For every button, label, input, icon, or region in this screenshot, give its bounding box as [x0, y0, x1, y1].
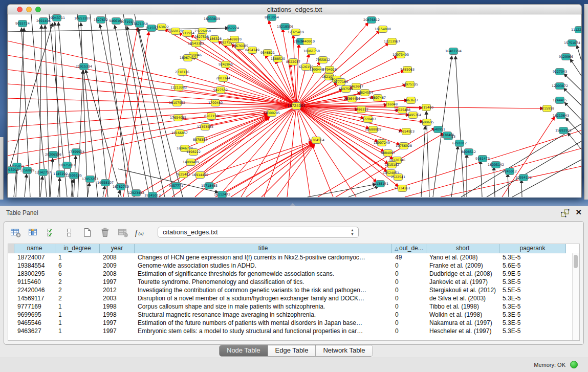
- graph-node[interactable]: 8454749: [245, 47, 259, 54]
- table-row[interactable]: 1830029562008Estimation of significance …: [8, 270, 579, 278]
- graph-node[interactable]: 15138141: [372, 181, 388, 187]
- row-tools-icon[interactable]: [63, 227, 75, 238]
- graph-node[interactable]: 9055724: [15, 20, 30, 27]
- graph-node[interactable]: 20364456: [344, 96, 360, 102]
- graph-node[interactable]: 8267150: [204, 113, 219, 120]
- graph-node[interactable]: 18495764: [405, 112, 421, 119]
- graph-node[interactable]: 8215958: [540, 105, 554, 112]
- graph-node[interactable]: 1527602: [94, 17, 108, 24]
- graph-node[interactable]: 10973493: [393, 52, 409, 58]
- graph-node[interactable]: 20943711: [49, 15, 65, 21]
- graph-node[interactable]: 13824554: [357, 90, 373, 96]
- graph-node[interactable]: 12093872: [552, 83, 568, 90]
- graph-node[interactable]: 19756928: [396, 143, 412, 149]
- graph-node[interactable]: 16095142: [488, 162, 504, 168]
- graph-node[interactable]: 15692931: [555, 127, 572, 134]
- tab-edge-table[interactable]: Edge Table: [268, 345, 316, 356]
- graph-node[interactable]: 7625402: [176, 171, 190, 178]
- graph-node[interactable]: 9546821: [260, 50, 275, 56]
- graph-node[interactable]: 16154808: [375, 26, 391, 33]
- graph-node[interactable]: 17334261: [394, 185, 410, 192]
- graph-node[interactable]: 12325419: [288, 29, 304, 36]
- graph-node[interactable]: 19218506: [277, 24, 293, 30]
- graph-node[interactable]: 9794028: [322, 67, 337, 73]
- column-select-icon[interactable]: [45, 227, 57, 238]
- graph-node[interactable]: 2718126: [175, 69, 189, 76]
- graph-node[interactable]: 9129966: [559, 54, 573, 60]
- graph-node[interactable]: 6791812: [452, 140, 467, 147]
- graph-node[interactable]: 16033809: [204, 16, 220, 23]
- graph-node[interactable]: 9427552: [213, 87, 228, 94]
- graph-node[interactable]: 1498222: [186, 149, 201, 156]
- graph-node[interactable]: 12342757: [35, 169, 51, 176]
- graph-node[interactable]: 16782759: [113, 184, 129, 190]
- table-row[interactable]: 969969511998Structural magnetic resonanc…: [8, 311, 579, 319]
- graph-node[interactable]: 1588520: [271, 56, 285, 62]
- graph-node[interactable]: 7857224: [225, 25, 239, 32]
- graph-node[interactable]: 18967412: [180, 55, 196, 61]
- tab-network-table[interactable]: Network Table: [316, 345, 372, 356]
- float-panel-icon[interactable]: [560, 209, 570, 218]
- table-mode-icon[interactable]: [9, 227, 21, 238]
- graph-node[interactable]: 9242845: [219, 61, 233, 68]
- graph-node[interactable]: 1700480: [208, 100, 223, 106]
- graph-node[interactable]: 15718485: [201, 183, 217, 189]
- graph-node[interactable]: 12353584: [197, 124, 213, 130]
- graph-node[interactable]: 12213383: [170, 84, 187, 91]
- graph-node[interactable]: 16210643: [553, 113, 569, 119]
- graph-node[interactable]: 14099489: [183, 159, 199, 166]
- graph-node[interactable]: 8813054: [265, 14, 279, 21]
- graph-node[interactable]: 8186328: [207, 36, 222, 42]
- graph-node[interactable]: 17359924: [68, 149, 84, 156]
- graph-node[interactable]: 1990448: [310, 67, 324, 73]
- tab-node-table[interactable]: Node Table: [220, 345, 268, 356]
- graph-node[interactable]: 19166857: [171, 130, 188, 137]
- window-titlebar[interactable]: citations_edges.txt: [7, 4, 582, 14]
- graph-node[interactable]: 10975887: [59, 162, 75, 169]
- scrollbar-thumb[interactable]: [574, 255, 578, 268]
- column-header-out_de[interactable]: △out_de...: [392, 244, 426, 253]
- graph-node[interactable]: 17654085: [170, 115, 186, 121]
- graph-node[interactable]: 2803144: [216, 75, 230, 82]
- column-header-pagerank[interactable]: pagerank: [499, 244, 566, 253]
- graph-node[interactable]: 8878354: [193, 137, 207, 143]
- graph-node[interactable]: 7485063: [400, 67, 415, 73]
- graph-node[interactable]: 12975135: [402, 81, 418, 88]
- graph-node[interactable]: 9884067: [381, 150, 395, 157]
- column-header-short[interactable]: short: [426, 244, 499, 253]
- delete-column-icon[interactable]: [99, 227, 111, 238]
- graph-node[interactable]: 9227343: [553, 69, 567, 75]
- column-header-title[interactable]: title: [135, 244, 392, 253]
- graph-node[interactable]: 9463627: [404, 97, 418, 104]
- graph-node[interactable]: 9161473: [475, 156, 490, 162]
- new-column-icon[interactable]: [81, 227, 93, 238]
- column-header-in_degree[interactable]: in_degree: [55, 244, 100, 253]
- table-row[interactable]: 1872400712008Changes of HCN gene express…: [8, 253, 579, 261]
- graph-node[interactable]: 16487294: [445, 48, 462, 55]
- graph-node[interactable]: 1640951: [431, 126, 445, 133]
- table-row[interactable]: 946362711997Embryonic stem cells: a mode…: [8, 327, 579, 335]
- table-row[interactable]: 911546021997Tourette syndrome. Phenomeno…: [8, 278, 579, 286]
- table-row[interactable]: 2242004622012Investigating the contribut…: [8, 286, 579, 294]
- graph-node[interactable]: 9699695: [420, 119, 434, 126]
- graph-node[interactable]: 19245013: [144, 192, 161, 198]
- function-builder-icon[interactable]: f(x): [135, 227, 147, 238]
- node-table[interactable]: namein_degreeyeartitle△out_de...shortpag…: [8, 244, 580, 341]
- graph-node[interactable]: 10807467: [369, 95, 386, 101]
- graph-node[interactable]: 12923448: [128, 190, 144, 196]
- graph-node[interactable]: 16961758: [303, 48, 320, 55]
- graph-node[interactable]: 16914479: [192, 172, 208, 179]
- graph-node[interactable]: 11122045: [571, 27, 582, 33]
- close-panel-icon[interactable]: ✕: [575, 208, 582, 217]
- graph-node[interactable]: 15751074: [564, 40, 580, 47]
- table-row[interactable]: 946554611997Estimation of the future num…: [8, 319, 579, 327]
- graph-node[interactable]: 12505135: [66, 172, 82, 179]
- graph-node[interactable]: 10688809: [365, 126, 381, 133]
- graph-node[interactable]: 5912954: [180, 30, 194, 37]
- column-header-year[interactable]: year: [100, 244, 135, 253]
- graph-node[interactable]: 9115460: [419, 104, 433, 111]
- table-row[interactable]: 977716911998Corpus callosum shape and si…: [8, 302, 579, 311]
- graph-node[interactable]: 12213967: [384, 38, 400, 45]
- network-canvas[interactable]: 9055724269140620943711106532871527602946…: [7, 14, 582, 198]
- column-visibility-icon[interactable]: [27, 227, 39, 238]
